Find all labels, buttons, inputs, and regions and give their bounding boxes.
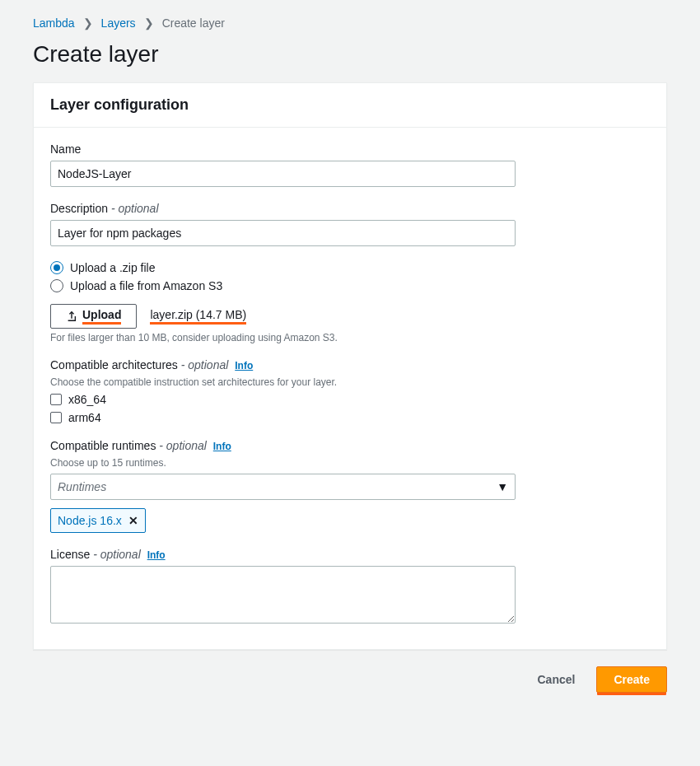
upload-icon <box>66 311 77 322</box>
checkbox-x86-label: x86_64 <box>68 393 106 406</box>
page-title: Create layer <box>33 41 667 68</box>
layer-config-panel: Layer configuration Name Description - o… <box>33 82 667 650</box>
radio-icon <box>50 279 63 292</box>
breadcrumb-lambda[interactable]: Lambda <box>33 16 75 30</box>
description-label: Description <box>50 202 108 215</box>
checkbox-arm64-label: arm64 <box>68 411 101 424</box>
runtime-token: Node.js 16.x ✕ <box>50 508 146 533</box>
breadcrumb-current: Create layer <box>162 16 225 30</box>
runtimes-label: Compatible runtimes <box>50 439 156 452</box>
uploaded-file-name: layer.zip (14.7 MB) <box>150 308 246 325</box>
name-input[interactable] <box>50 161 516 187</box>
breadcrumb: Lambda ❯ Layers ❯ Create layer <box>33 16 667 30</box>
checkbox-arm64[interactable]: arm64 <box>50 411 650 424</box>
architectures-field: Compatible architectures - optional Info… <box>50 358 650 424</box>
panel-heading: Layer configuration <box>34 83 666 128</box>
checkbox-x86[interactable]: x86_64 <box>50 393 650 406</box>
license-info-link[interactable]: Info <box>147 549 166 561</box>
license-field: License - optional Info <box>50 548 650 626</box>
chevron-right-icon: ❯ <box>144 16 154 30</box>
upload-help: For files larger than 10 MB, consider up… <box>50 332 650 343</box>
radio-icon <box>50 261 63 274</box>
chevron-right-icon: ❯ <box>83 16 93 30</box>
checkbox-icon <box>50 394 62 405</box>
source-field: Upload a .zip file Upload a file from Am… <box>50 261 650 343</box>
radio-upload-zip[interactable]: Upload a .zip file <box>50 261 650 274</box>
create-button[interactable]: Create <box>596 666 667 693</box>
runtimes-field: Compatible runtimes - optional Info Choo… <box>50 439 650 533</box>
name-field: Name <box>50 142 650 187</box>
radio-upload-s3-label: Upload a file from Amazon S3 <box>70 279 222 292</box>
license-label: License <box>50 548 90 561</box>
cancel-button[interactable]: Cancel <box>527 666 585 693</box>
close-icon[interactable]: ✕ <box>128 514 138 527</box>
description-input[interactable] <box>50 220 516 246</box>
license-input[interactable] <box>50 566 516 624</box>
radio-upload-s3[interactable]: Upload a file from Amazon S3 <box>50 279 650 292</box>
breadcrumb-layers[interactable]: Layers <box>101 16 136 30</box>
upload-button[interactable]: Upload <box>50 304 137 329</box>
radio-upload-zip-label: Upload a .zip file <box>70 261 156 274</box>
architectures-help: Choose the compatible instruction set ar… <box>50 376 650 388</box>
architectures-info-link[interactable]: Info <box>235 360 253 371</box>
checkbox-icon <box>50 412 62 423</box>
runtime-token-label: Node.js 16.x <box>58 514 122 527</box>
runtimes-help: Choose up to 15 runtimes. <box>50 457 650 469</box>
runtimes-placeholder: Runtimes <box>58 480 106 493</box>
license-optional: - optional <box>93 548 141 561</box>
description-optional: - optional <box>111 202 159 215</box>
upload-button-label: Upload <box>82 308 121 325</box>
form-footer: Cancel Create <box>33 666 667 693</box>
runtimes-select[interactable]: Runtimes ▼ <box>50 474 516 500</box>
chevron-down-icon: ▼ <box>497 480 508 493</box>
description-field: Description - optional <box>50 202 650 246</box>
architectures-label: Compatible architectures <box>50 358 178 371</box>
runtimes-optional: - optional <box>159 439 207 452</box>
name-label: Name <box>50 142 81 156</box>
architectures-optional: - optional <box>181 358 229 371</box>
runtimes-info-link[interactable]: Info <box>213 441 231 452</box>
